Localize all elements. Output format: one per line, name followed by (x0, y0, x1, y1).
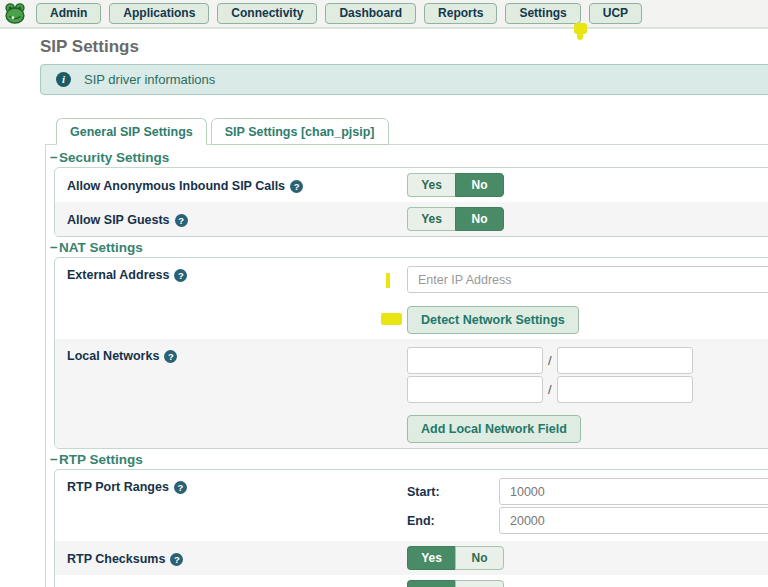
allow-anonymous-toggle: Yes No (407, 173, 768, 197)
rtp-start-input[interactable] (499, 478, 768, 505)
top-navbar: Admin Applications Connectivity Dashboar… (0, 0, 768, 29)
add-local-network-field-button[interactable]: Add Local Network Field (407, 415, 581, 443)
rtp-checksums-no[interactable]: No (455, 546, 504, 570)
allow-sip-guests-no[interactable]: No (455, 207, 504, 231)
rtp-start-label: Start: (407, 485, 499, 499)
section-header-nat[interactable]: − NAT Settings (50, 240, 768, 255)
section-security: Allow Anonymous Inbound SIP Calls ? Yes … (54, 167, 768, 237)
row-external-address: External Address ? Detect Network Settin… (55, 258, 768, 339)
nav-reports[interactable]: Reports (424, 3, 497, 24)
allow-sip-guests-label: Allow SIP Guests (67, 213, 170, 227)
frog-icon (4, 3, 26, 24)
row-local-networks: Local Networks ? / / Add Local Network F… (55, 339, 768, 448)
allow-anonymous-no[interactable]: No (455, 173, 504, 197)
freepbx-frog-logo-icon[interactable] (4, 3, 28, 25)
highlight-block-mark (381, 313, 402, 325)
highlight-bar-mark (386, 273, 390, 288)
page-title: SIP Settings (40, 37, 768, 57)
local-network-input[interactable] (407, 376, 543, 403)
external-address-label: External Address (67, 268, 169, 282)
rtp-checksums-toggle: Yes No (407, 546, 768, 570)
allow-anonymous-label: Allow Anonymous Inbound SIP Calls (67, 179, 285, 193)
nav-dashboard[interactable]: Dashboard (325, 3, 416, 24)
rtp-end-label: End: (407, 514, 499, 528)
rtp-checksums-label: RTP Checksums (67, 552, 165, 566)
nav-ucp[interactable]: UCP (589, 3, 642, 24)
local-networks-label: Local Networks (67, 349, 159, 363)
rtp-checksums-yes[interactable]: Yes (407, 546, 455, 570)
freepbx-admin-screen: Admin Applications Connectivity Dashboar… (0, 0, 768, 587)
help-icon[interactable]: ? (164, 350, 177, 363)
collapse-icon[interactable]: − (50, 452, 58, 467)
nav-admin[interactable]: Admin (36, 3, 101, 24)
external-address-input[interactable] (407, 266, 768, 293)
allow-sip-guests-yes[interactable]: Yes (407, 207, 455, 231)
section-rtp: RTP Port Ranges ? Start: End: RTP Ch (54, 469, 768, 587)
local-network-mask-input[interactable] (557, 347, 693, 374)
strict-rtp-toggle: Yes No (407, 580, 768, 587)
help-icon[interactable]: ? (174, 269, 187, 282)
section-title-rtp: RTP Settings (59, 452, 143, 467)
collapse-icon[interactable]: − (50, 240, 58, 255)
section-nat: External Address ? Detect Network Settin… (54, 257, 768, 449)
info-circle-icon: i (56, 72, 71, 87)
local-network-mask-input[interactable] (557, 376, 693, 403)
tab-sip-settings-chan-pjsip[interactable]: SIP Settings [chan_pjsip] (211, 118, 389, 145)
nav-connectivity[interactable]: Connectivity (217, 3, 317, 24)
rtp-port-ranges-label: RTP Port Ranges (67, 480, 169, 494)
detect-network-settings-button[interactable]: Detect Network Settings (407, 306, 579, 334)
row-rtp-port-ranges: RTP Port Ranges ? Start: End: (55, 470, 768, 541)
strict-rtp-yes[interactable]: Yes (407, 580, 455, 587)
section-header-security[interactable]: − Security Settings (50, 150, 768, 165)
section-title-nat: NAT Settings (59, 240, 143, 255)
tab-bar: General SIP Settings SIP Settings [chan_… (56, 118, 768, 144)
row-allow-anonymous: Allow Anonymous Inbound SIP Calls ? Yes … (55, 168, 768, 202)
nav-settings-label: Settings (519, 6, 566, 20)
allow-anonymous-yes[interactable]: Yes (407, 173, 455, 197)
strict-rtp-no[interactable]: No (455, 580, 504, 587)
row-strict-rtp: Strict RTP ? Yes No (55, 575, 768, 587)
slash-separator: / (548, 353, 552, 368)
tab-panel: − Security Settings Allow Anonymous Inbo… (45, 144, 768, 587)
row-rtp-checksums: RTP Checksums ? Yes No (55, 541, 768, 575)
nav-settings[interactable]: Settings (505, 3, 580, 24)
allow-sip-guests-toggle: Yes No (407, 207, 768, 231)
info-alert: i SIP driver informations (40, 64, 768, 95)
section-title-security: Security Settings (59, 150, 169, 165)
highlight-cursor-mark (574, 23, 587, 34)
local-network-input[interactable] (407, 347, 543, 374)
row-allow-sip-guests: Allow SIP Guests ? Yes No (55, 202, 768, 236)
help-icon[interactable]: ? (170, 553, 183, 566)
help-icon[interactable]: ? (174, 481, 187, 494)
tab-general-sip-settings[interactable]: General SIP Settings (56, 118, 207, 145)
help-icon[interactable]: ? (175, 214, 188, 227)
section-header-rtp[interactable]: − RTP Settings (50, 452, 768, 467)
slash-separator: / (548, 382, 552, 397)
nav-applications[interactable]: Applications (109, 3, 209, 24)
collapse-icon[interactable]: − (50, 150, 58, 165)
alert-text: SIP driver informations (84, 72, 215, 87)
rtp-end-input[interactable] (499, 507, 768, 534)
help-icon[interactable]: ? (290, 180, 303, 193)
